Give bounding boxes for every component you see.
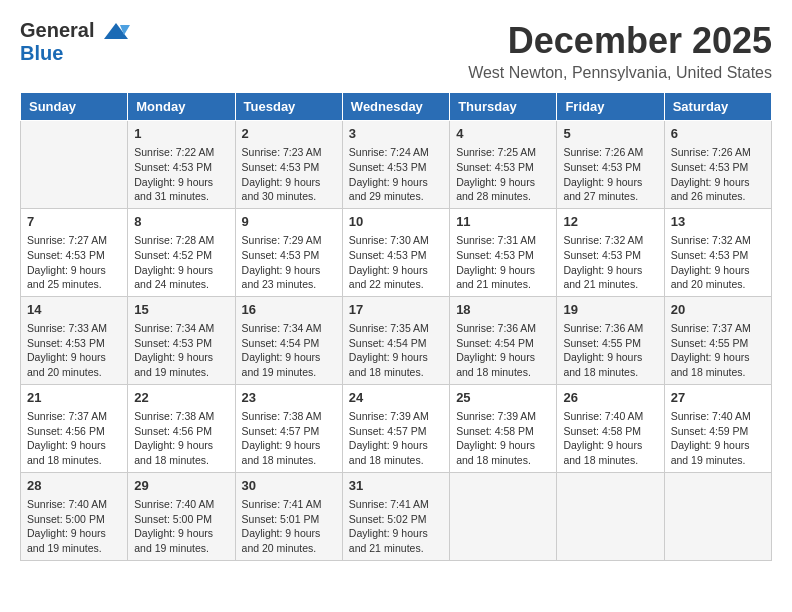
day-info: Sunrise: 7:36 AM Sunset: 4:55 PM Dayligh… [563,321,657,380]
day-number: 25 [456,389,550,407]
day-info: Sunrise: 7:23 AM Sunset: 4:53 PM Dayligh… [242,145,336,204]
calendar-cell: 6Sunrise: 7:26 AM Sunset: 4:53 PM Daylig… [664,121,771,209]
day-number: 31 [349,477,443,495]
day-info: Sunrise: 7:37 AM Sunset: 4:55 PM Dayligh… [671,321,765,380]
day-number: 8 [134,213,228,231]
calendar-cell: 19Sunrise: 7:36 AM Sunset: 4:55 PM Dayli… [557,296,664,384]
day-info: Sunrise: 7:26 AM Sunset: 4:53 PM Dayligh… [563,145,657,204]
day-number: 22 [134,389,228,407]
calendar-cell: 31Sunrise: 7:41 AM Sunset: 5:02 PM Dayli… [342,472,449,560]
calendar-cell: 24Sunrise: 7:39 AM Sunset: 4:57 PM Dayli… [342,384,449,472]
col-thursday: Thursday [450,93,557,121]
day-info: Sunrise: 7:39 AM Sunset: 4:58 PM Dayligh… [456,409,550,468]
day-info: Sunrise: 7:40 AM Sunset: 5:00 PM Dayligh… [134,497,228,556]
col-sunday: Sunday [21,93,128,121]
calendar-cell: 8Sunrise: 7:28 AM Sunset: 4:52 PM Daylig… [128,208,235,296]
calendar-cell: 11Sunrise: 7:31 AM Sunset: 4:53 PM Dayli… [450,208,557,296]
day-number: 23 [242,389,336,407]
day-info: Sunrise: 7:38 AM Sunset: 4:57 PM Dayligh… [242,409,336,468]
month-title: December 2025 [468,20,772,62]
calendar-week-1: 1Sunrise: 7:22 AM Sunset: 4:53 PM Daylig… [21,121,772,209]
calendar-cell: 16Sunrise: 7:34 AM Sunset: 4:54 PM Dayli… [235,296,342,384]
day-info: Sunrise: 7:34 AM Sunset: 4:53 PM Dayligh… [134,321,228,380]
calendar-cell: 9Sunrise: 7:29 AM Sunset: 4:53 PM Daylig… [235,208,342,296]
calendar-cell [557,472,664,560]
calendar-cell: 23Sunrise: 7:38 AM Sunset: 4:57 PM Dayli… [235,384,342,472]
day-number: 28 [27,477,121,495]
day-number: 19 [563,301,657,319]
header-row: Sunday Monday Tuesday Wednesday Thursday… [21,93,772,121]
calendar-cell: 7Sunrise: 7:27 AM Sunset: 4:53 PM Daylig… [21,208,128,296]
day-info: Sunrise: 7:31 AM Sunset: 4:53 PM Dayligh… [456,233,550,292]
day-info: Sunrise: 7:41 AM Sunset: 5:01 PM Dayligh… [242,497,336,556]
header: General Blue December 2025 West Newton, … [20,20,772,82]
col-monday: Monday [128,93,235,121]
title-area: December 2025 West Newton, Pennsylvania,… [468,20,772,82]
calendar-cell [21,121,128,209]
day-number: 11 [456,213,550,231]
day-number: 10 [349,213,443,231]
day-number: 27 [671,389,765,407]
calendar-cell: 30Sunrise: 7:41 AM Sunset: 5:01 PM Dayli… [235,472,342,560]
calendar-cell: 10Sunrise: 7:30 AM Sunset: 4:53 PM Dayli… [342,208,449,296]
col-wednesday: Wednesday [342,93,449,121]
day-number: 26 [563,389,657,407]
day-number: 20 [671,301,765,319]
col-tuesday: Tuesday [235,93,342,121]
calendar-cell: 14Sunrise: 7:33 AM Sunset: 4:53 PM Dayli… [21,296,128,384]
day-info: Sunrise: 7:30 AM Sunset: 4:53 PM Dayligh… [349,233,443,292]
day-info: Sunrise: 7:32 AM Sunset: 4:53 PM Dayligh… [563,233,657,292]
calendar-week-2: 7Sunrise: 7:27 AM Sunset: 4:53 PM Daylig… [21,208,772,296]
calendar-cell: 27Sunrise: 7:40 AM Sunset: 4:59 PM Dayli… [664,384,771,472]
logo-blue: Blue [20,43,130,63]
day-info: Sunrise: 7:33 AM Sunset: 4:53 PM Dayligh… [27,321,121,380]
calendar-cell: 21Sunrise: 7:37 AM Sunset: 4:56 PM Dayli… [21,384,128,472]
day-info: Sunrise: 7:22 AM Sunset: 4:53 PM Dayligh… [134,145,228,204]
day-info: Sunrise: 7:29 AM Sunset: 4:53 PM Dayligh… [242,233,336,292]
logo: General Blue [20,20,130,63]
day-info: Sunrise: 7:28 AM Sunset: 4:52 PM Dayligh… [134,233,228,292]
calendar-cell: 25Sunrise: 7:39 AM Sunset: 4:58 PM Dayli… [450,384,557,472]
location-title: West Newton, Pennsylvania, United States [468,64,772,82]
day-info: Sunrise: 7:40 AM Sunset: 4:59 PM Dayligh… [671,409,765,468]
day-number: 17 [349,301,443,319]
day-number: 16 [242,301,336,319]
day-number: 1 [134,125,228,143]
day-info: Sunrise: 7:35 AM Sunset: 4:54 PM Dayligh… [349,321,443,380]
day-number: 30 [242,477,336,495]
calendar-cell: 5Sunrise: 7:26 AM Sunset: 4:53 PM Daylig… [557,121,664,209]
day-number: 5 [563,125,657,143]
day-number: 9 [242,213,336,231]
calendar-table: Sunday Monday Tuesday Wednesday Thursday… [20,92,772,561]
calendar-cell: 22Sunrise: 7:38 AM Sunset: 4:56 PM Dayli… [128,384,235,472]
day-number: 21 [27,389,121,407]
day-info: Sunrise: 7:41 AM Sunset: 5:02 PM Dayligh… [349,497,443,556]
day-number: 4 [456,125,550,143]
day-number: 12 [563,213,657,231]
day-number: 15 [134,301,228,319]
calendar-week-3: 14Sunrise: 7:33 AM Sunset: 4:53 PM Dayli… [21,296,772,384]
day-info: Sunrise: 7:32 AM Sunset: 4:53 PM Dayligh… [671,233,765,292]
calendar-cell: 18Sunrise: 7:36 AM Sunset: 4:54 PM Dayli… [450,296,557,384]
day-number: 6 [671,125,765,143]
calendar-cell [450,472,557,560]
day-number: 2 [242,125,336,143]
day-info: Sunrise: 7:24 AM Sunset: 4:53 PM Dayligh… [349,145,443,204]
day-number: 13 [671,213,765,231]
calendar-cell: 15Sunrise: 7:34 AM Sunset: 4:53 PM Dayli… [128,296,235,384]
day-info: Sunrise: 7:38 AM Sunset: 4:56 PM Dayligh… [134,409,228,468]
day-info: Sunrise: 7:25 AM Sunset: 4:53 PM Dayligh… [456,145,550,204]
calendar-cell: 3Sunrise: 7:24 AM Sunset: 4:53 PM Daylig… [342,121,449,209]
calendar-week-4: 21Sunrise: 7:37 AM Sunset: 4:56 PM Dayli… [21,384,772,472]
calendar-cell: 26Sunrise: 7:40 AM Sunset: 4:58 PM Dayli… [557,384,664,472]
calendar-cell: 13Sunrise: 7:32 AM Sunset: 4:53 PM Dayli… [664,208,771,296]
day-info: Sunrise: 7:37 AM Sunset: 4:56 PM Dayligh… [27,409,121,468]
day-info: Sunrise: 7:40 AM Sunset: 5:00 PM Dayligh… [27,497,121,556]
calendar-cell: 2Sunrise: 7:23 AM Sunset: 4:53 PM Daylig… [235,121,342,209]
calendar-cell: 12Sunrise: 7:32 AM Sunset: 4:53 PM Dayli… [557,208,664,296]
calendar-cell: 28Sunrise: 7:40 AM Sunset: 5:00 PM Dayli… [21,472,128,560]
day-number: 3 [349,125,443,143]
col-friday: Friday [557,93,664,121]
day-info: Sunrise: 7:40 AM Sunset: 4:58 PM Dayligh… [563,409,657,468]
calendar-cell: 17Sunrise: 7:35 AM Sunset: 4:54 PM Dayli… [342,296,449,384]
